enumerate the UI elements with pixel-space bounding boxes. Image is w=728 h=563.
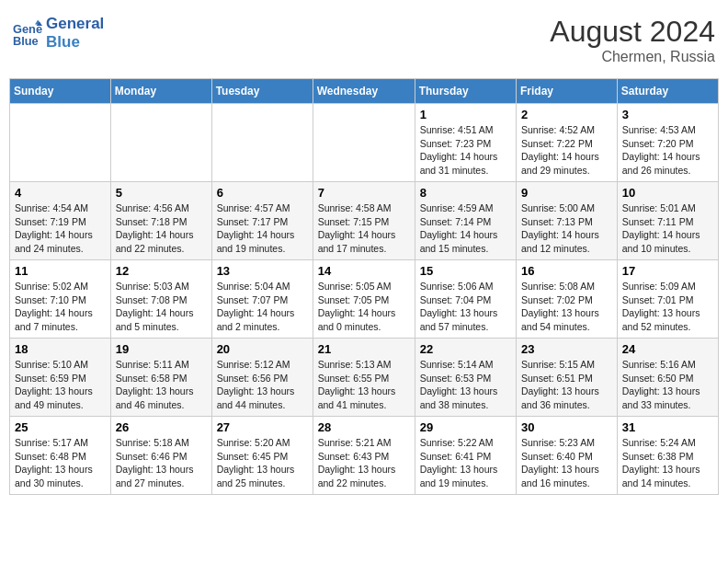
day-detail: Sunrise: 4:51 AM Sunset: 7:23 PM Dayligh… — [420, 123, 511, 178]
day-cell: 8Sunrise: 4:59 AM Sunset: 7:14 PM Daylig… — [415, 182, 516, 260]
day-detail: Sunrise: 5:24 AM Sunset: 6:38 PM Dayligh… — [622, 436, 713, 490]
day-cell: 22Sunrise: 5:14 AM Sunset: 6:53 PM Dayli… — [415, 339, 516, 417]
day-number: 8 — [420, 186, 511, 200]
day-cell: 4Sunrise: 4:54 AM Sunset: 7:19 PM Daylig… — [10, 182, 111, 260]
day-cell: 1Sunrise: 4:51 AM Sunset: 7:23 PM Daylig… — [415, 104, 516, 182]
week-row-2: 4Sunrise: 4:54 AM Sunset: 7:19 PM Daylig… — [10, 182, 719, 260]
day-cell — [211, 104, 313, 182]
day-number: 23 — [521, 342, 612, 356]
day-number: 6 — [217, 186, 308, 200]
week-row-3: 11Sunrise: 5:02 AM Sunset: 7:10 PM Dayli… — [10, 260, 719, 339]
day-detail: Sunrise: 4:54 AM Sunset: 7:19 PM Dayligh… — [15, 201, 106, 256]
day-cell: 20Sunrise: 5:12 AM Sunset: 6:56 PM Dayli… — [211, 339, 313, 417]
day-detail: Sunrise: 4:53 AM Sunset: 7:20 PM Dayligh… — [622, 123, 713, 178]
day-number: 25 — [15, 420, 106, 434]
day-detail: Sunrise: 4:58 AM Sunset: 7:15 PM Dayligh… — [318, 201, 410, 256]
day-number: 10 — [622, 186, 713, 200]
day-detail: Sunrise: 5:13 AM Sunset: 6:55 PM Dayligh… — [318, 358, 410, 412]
day-cell: 26Sunrise: 5:18 AM Sunset: 6:46 PM Dayli… — [110, 417, 211, 495]
day-number: 27 — [217, 420, 308, 434]
day-detail: Sunrise: 5:09 AM Sunset: 7:01 PM Dayligh… — [622, 280, 713, 334]
day-detail: Sunrise: 5:21 AM Sunset: 6:43 PM Dayligh… — [318, 436, 410, 490]
day-cell: 11Sunrise: 5:02 AM Sunset: 7:10 PM Dayli… — [10, 260, 111, 339]
day-detail: Sunrise: 5:08 AM Sunset: 7:02 PM Dayligh… — [521, 280, 612, 334]
logo-icon: General Blue — [13, 18, 42, 48]
day-cell: 16Sunrise: 5:08 AM Sunset: 7:02 PM Dayli… — [517, 260, 618, 339]
day-cell: 21Sunrise: 5:13 AM Sunset: 6:55 PM Dayli… — [313, 339, 415, 417]
week-row-4: 18Sunrise: 5:10 AM Sunset: 6:59 PM Dayli… — [10, 339, 719, 417]
day-detail: Sunrise: 5:23 AM Sunset: 6:40 PM Dayligh… — [521, 436, 612, 490]
day-detail: Sunrise: 4:56 AM Sunset: 7:18 PM Dayligh… — [116, 201, 207, 256]
day-cell: 25Sunrise: 5:17 AM Sunset: 6:48 PM Dayli… — [10, 417, 111, 495]
day-number: 3 — [622, 108, 713, 121]
week-row-5: 25Sunrise: 5:17 AM Sunset: 6:48 PM Dayli… — [10, 417, 719, 495]
day-number: 17 — [622, 264, 713, 278]
day-detail: Sunrise: 5:14 AM Sunset: 6:53 PM Dayligh… — [420, 358, 511, 412]
day-detail: Sunrise: 5:22 AM Sunset: 6:41 PM Dayligh… — [420, 436, 511, 490]
day-cell: 31Sunrise: 5:24 AM Sunset: 6:38 PM Dayli… — [617, 417, 718, 495]
day-detail: Sunrise: 5:16 AM Sunset: 6:50 PM Dayligh… — [622, 358, 713, 412]
day-cell: 30Sunrise: 5:23 AM Sunset: 6:40 PM Dayli… — [517, 417, 618, 495]
day-detail: Sunrise: 5:10 AM Sunset: 6:59 PM Dayligh… — [15, 358, 106, 412]
day-cell: 23Sunrise: 5:15 AM Sunset: 6:51 PM Dayli… — [517, 339, 618, 417]
day-detail: Sunrise: 5:05 AM Sunset: 7:05 PM Dayligh… — [318, 280, 410, 334]
day-cell: 27Sunrise: 5:20 AM Sunset: 6:45 PM Dayli… — [211, 417, 313, 495]
day-detail: Sunrise: 5:02 AM Sunset: 7:10 PM Dayligh… — [15, 280, 106, 334]
day-number: 31 — [622, 420, 713, 434]
col-header-tuesday: Tuesday — [211, 79, 313, 104]
day-number: 2 — [521, 108, 612, 121]
day-cell: 17Sunrise: 5:09 AM Sunset: 7:01 PM Dayli… — [617, 260, 718, 339]
header-row: SundayMondayTuesdayWednesdayThursdayFrid… — [10, 79, 719, 104]
day-number: 19 — [116, 342, 207, 356]
day-cell: 28Sunrise: 5:21 AM Sunset: 6:43 PM Dayli… — [313, 417, 415, 495]
day-number: 21 — [318, 342, 410, 356]
day-detail: Sunrise: 5:20 AM Sunset: 6:45 PM Dayligh… — [217, 436, 308, 490]
day-cell: 10Sunrise: 5:01 AM Sunset: 7:11 PM Dayli… — [617, 182, 718, 260]
day-detail: Sunrise: 5:15 AM Sunset: 6:51 PM Dayligh… — [521, 358, 612, 412]
day-cell: 15Sunrise: 5:06 AM Sunset: 7:04 PM Dayli… — [415, 260, 516, 339]
day-number: 4 — [15, 186, 106, 200]
day-number: 14 — [318, 264, 410, 278]
day-cell: 9Sunrise: 5:00 AM Sunset: 7:13 PM Daylig… — [517, 182, 618, 260]
day-number: 28 — [318, 420, 410, 434]
day-cell: 24Sunrise: 5:16 AM Sunset: 6:50 PM Dayli… — [617, 339, 718, 417]
logo: General Blue General Blue — [13, 15, 104, 52]
day-cell: 13Sunrise: 5:04 AM Sunset: 7:07 PM Dayli… — [211, 260, 313, 339]
day-number: 15 — [420, 264, 511, 278]
logo-text-line2: Blue — [46, 33, 104, 52]
day-number: 13 — [217, 264, 308, 278]
day-cell — [110, 104, 211, 182]
svg-text:Blue: Blue — [13, 34, 39, 48]
day-detail: Sunrise: 5:00 AM Sunset: 7:13 PM Dayligh… — [521, 201, 612, 256]
day-detail: Sunrise: 5:18 AM Sunset: 6:46 PM Dayligh… — [116, 436, 207, 490]
day-cell — [10, 104, 111, 182]
day-cell: 5Sunrise: 4:56 AM Sunset: 7:18 PM Daylig… — [110, 182, 211, 260]
col-header-thursday: Thursday — [415, 79, 516, 104]
day-number: 11 — [15, 264, 106, 278]
day-number: 26 — [116, 420, 207, 434]
col-header-friday: Friday — [517, 79, 618, 104]
day-number: 1 — [420, 108, 511, 121]
day-cell: 29Sunrise: 5:22 AM Sunset: 6:41 PM Dayli… — [415, 417, 516, 495]
location-subtitle: Chermen, Russia — [550, 49, 715, 65]
day-number: 29 — [420, 420, 511, 434]
title-block: August 2024 Chermen, Russia — [550, 15, 715, 65]
day-detail: Sunrise: 5:12 AM Sunset: 6:56 PM Dayligh… — [217, 358, 308, 412]
day-number: 24 — [622, 342, 713, 356]
month-year-title: August 2024 — [550, 15, 715, 49]
day-cell: 19Sunrise: 5:11 AM Sunset: 6:58 PM Dayli… — [110, 339, 211, 417]
col-header-saturday: Saturday — [617, 79, 718, 104]
day-detail: Sunrise: 5:11 AM Sunset: 6:58 PM Dayligh… — [116, 358, 207, 412]
day-cell: 14Sunrise: 5:05 AM Sunset: 7:05 PM Dayli… — [313, 260, 415, 339]
day-detail: Sunrise: 5:01 AM Sunset: 7:11 PM Dayligh… — [622, 201, 713, 256]
day-detail: Sunrise: 5:03 AM Sunset: 7:08 PM Dayligh… — [116, 280, 207, 334]
page-header: General Blue General Blue August 2024 Ch… — [9, 9, 719, 71]
day-cell: 12Sunrise: 5:03 AM Sunset: 7:08 PM Dayli… — [110, 260, 211, 339]
day-detail: Sunrise: 5:04 AM Sunset: 7:07 PM Dayligh… — [217, 280, 308, 334]
day-number: 12 — [116, 264, 207, 278]
day-cell: 6Sunrise: 4:57 AM Sunset: 7:17 PM Daylig… — [211, 182, 313, 260]
day-number: 22 — [420, 342, 511, 356]
day-detail: Sunrise: 5:17 AM Sunset: 6:48 PM Dayligh… — [15, 436, 106, 490]
day-cell: 18Sunrise: 5:10 AM Sunset: 6:59 PM Dayli… — [10, 339, 111, 417]
day-number: 5 — [116, 186, 207, 200]
